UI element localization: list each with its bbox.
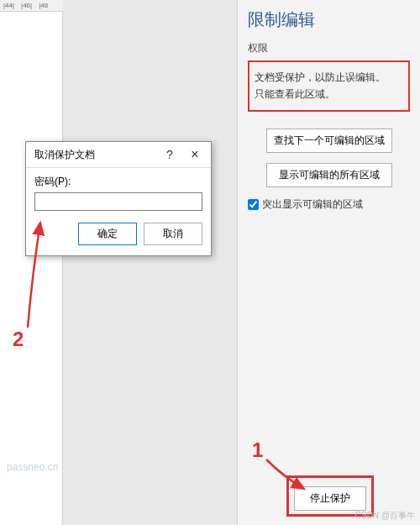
dialog-buttons: 确定 取消 bbox=[34, 223, 202, 245]
dialog-title: 取消保护文档 bbox=[34, 148, 157, 162]
unprotect-dialog: 取消保护文档 ? × 密码(P): 确定 取消 bbox=[25, 141, 212, 256]
password-label: 密码(P): bbox=[34, 175, 202, 189]
perm-text-1: 文档受保护，以防止误编辑。 bbox=[255, 69, 403, 86]
permissions-info: 文档受保护，以防止误编辑。 只能查看此区域。 bbox=[248, 60, 410, 112]
cancel-button[interactable]: 取消 bbox=[144, 223, 202, 245]
dialog-titlebar[interactable]: 取消保护文档 ? × bbox=[26, 142, 211, 167]
panel-title: 限制编辑 bbox=[248, 8, 410, 31]
ruler-mark: |46| bbox=[21, 2, 32, 9]
ruler-mark: |48 bbox=[39, 2, 48, 9]
stop-protection-button[interactable]: 停止保护 bbox=[294, 486, 366, 511]
highlight-checkbox-row[interactable]: 突出显示可编辑的区域 bbox=[248, 197, 410, 212]
permissions-label: 权限 bbox=[248, 41, 410, 55]
perm-text-2: 只能查看此区域。 bbox=[255, 86, 403, 102]
close-icon[interactable]: × bbox=[182, 147, 207, 162]
ruler-mark: |44| bbox=[3, 2, 14, 9]
document-area: |44| |46| |48 bbox=[0, 0, 63, 525]
ruler: |44| |46| |48 bbox=[0, 0, 63, 12]
highlight-checkbox[interactable] bbox=[248, 199, 259, 210]
annotation-2: 2 bbox=[13, 328, 24, 351]
annotation-1: 1 bbox=[252, 438, 263, 462]
dialog-body: 密码(P): 确定 取消 bbox=[26, 167, 211, 255]
find-next-region-button[interactable]: 查找下一个可编辑的区域 bbox=[266, 129, 392, 153]
password-input[interactable] bbox=[34, 192, 202, 211]
help-icon[interactable]: ? bbox=[157, 148, 182, 161]
csdn-attribution: CSDN @百事牛 bbox=[355, 510, 415, 522]
restrict-editing-panel: 限制编辑 权限 文档受保护，以防止误编辑。 只能查看此区域。 查找下一个可编辑的… bbox=[237, 0, 420, 525]
show-all-regions-button[interactable]: 显示可编辑的所有区域 bbox=[266, 163, 392, 187]
highlight-checkbox-label: 突出显示可编辑的区域 bbox=[262, 197, 363, 212]
ok-button[interactable]: 确定 bbox=[78, 223, 137, 245]
watermark: passneo.cn bbox=[7, 461, 58, 473]
